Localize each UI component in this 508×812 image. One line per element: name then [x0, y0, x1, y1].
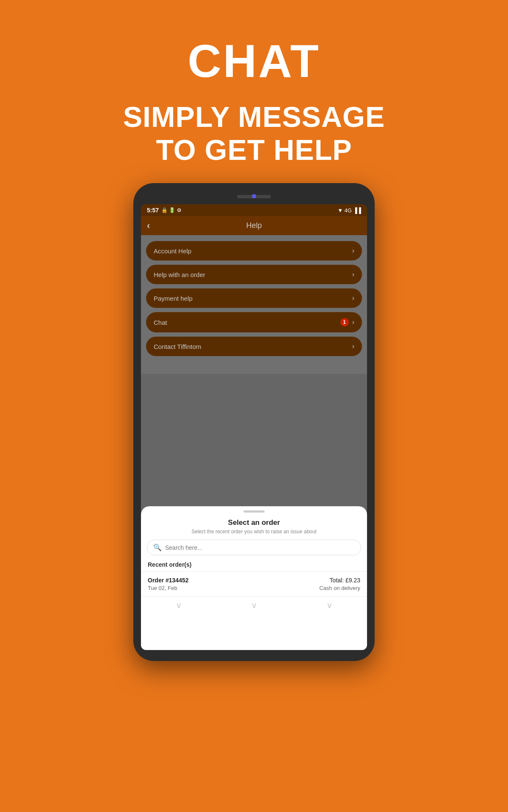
grey-spacer [141, 374, 367, 507]
bottom-nav: ∨ ∨ ∨ [141, 596, 367, 612]
tablet-screen: 5:57 🔒 🔋 ⊙ ▼ 4G ▐▐ ‹ Help Account Help ›… [141, 204, 367, 650]
help-item-right: › [352, 271, 354, 278]
recent-orders-label: Recent order(s) [141, 561, 367, 571]
help-item-right: › [352, 247, 354, 255]
help-item-label: Payment help [154, 295, 193, 302]
search-input[interactable] [165, 544, 355, 551]
header-title: Help [246, 221, 262, 230]
app-header: ‹ Help [141, 216, 367, 235]
chevron-right-icon: › [352, 247, 354, 255]
back-button[interactable]: ‹ [147, 220, 150, 231]
help-item-chat[interactable]: Chat 1 › [146, 312, 362, 332]
chevron-right-icon: › [352, 318, 354, 326]
chevron-right-icon: › [352, 294, 354, 302]
help-item-right: › [352, 294, 354, 302]
page-subtitle: SIMPLY MESSAGE TO GET HELP [123, 100, 385, 166]
order-row[interactable]: Order #134452 Tue 02, Feb Total: £9.23 C… [141, 571, 367, 596]
order-right: Total: £9.23 Cash on delivery [319, 577, 360, 591]
status-signal-icons: ▼ 4G ▐▐ [337, 207, 361, 214]
page-title: CHAT [188, 34, 320, 88]
sheet-title: Select an order [141, 518, 367, 527]
help-list: Account Help › Help with an order › Paym… [141, 235, 367, 374]
camera-dot [252, 194, 256, 198]
help-item-account[interactable]: Account Help › [146, 241, 362, 261]
help-item-label: Help with an order [154, 271, 205, 278]
chevron-right-icon: › [352, 343, 354, 350]
help-item-order[interactable]: Help with an order › [146, 265, 362, 284]
chat-badge: 1 [340, 318, 349, 326]
help-item-label: Chat [154, 319, 167, 326]
sheet-handle [243, 510, 265, 513]
nav-icon-1[interactable]: ∨ [176, 600, 182, 610]
sheet-subtitle: Select the recent order you wish to rais… [141, 529, 367, 535]
order-total: Total: £9.23 [319, 577, 360, 584]
nav-icon-3[interactable]: ∨ [326, 600, 333, 610]
order-date: Tue 02, Feb [148, 585, 189, 591]
search-icon: 🔍 [153, 543, 162, 551]
order-left: Order #134452 Tue 02, Feb [148, 577, 189, 591]
status-time: 5:57 🔒 🔋 ⊙ [147, 207, 181, 214]
order-number: Order #134452 [148, 577, 189, 584]
status-bar: 5:57 🔒 🔋 ⊙ ▼ 4G ▐▐ [141, 204, 367, 216]
tablet-mockup: 5:57 🔒 🔋 ⊙ ▼ 4G ▐▐ ‹ Help Account Help ›… [133, 183, 375, 661]
help-item-contact[interactable]: Contact Tiffintom › [146, 337, 362, 356]
help-item-label: Account Help [154, 247, 191, 255]
help-item-label: Contact Tiffintom [154, 343, 201, 350]
chevron-right-icon: › [352, 271, 354, 278]
bottom-sheet: Select an order Select the recent order … [141, 506, 367, 650]
search-bar[interactable]: 🔍 [147, 540, 361, 555]
help-item-payment[interactable]: Payment help › [146, 288, 362, 308]
nav-icon-2[interactable]: ∨ [251, 600, 257, 610]
help-item-right: 1 › [340, 318, 354, 326]
help-item-right: › [352, 343, 354, 350]
order-payment: Cash on delivery [319, 585, 360, 591]
